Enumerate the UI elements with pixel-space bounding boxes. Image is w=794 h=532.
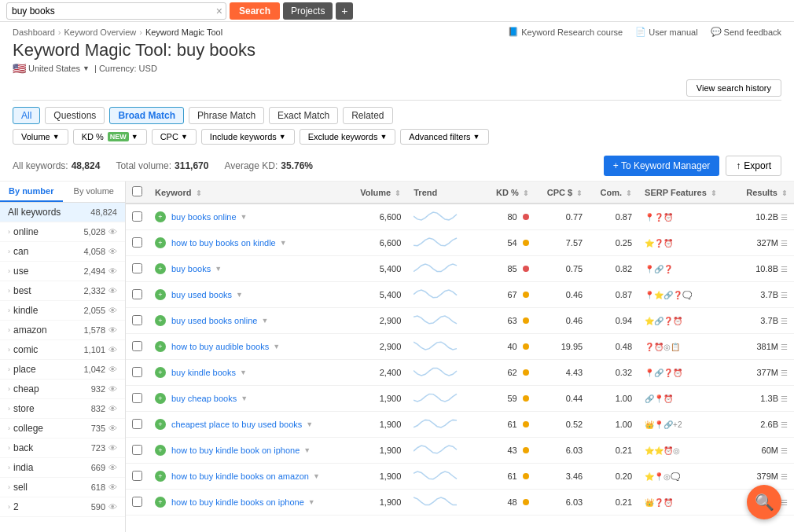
sidebar-item-college[interactable]: › college 735 👁 bbox=[0, 419, 125, 438]
results-detail-icon[interactable]: ☰ bbox=[781, 498, 788, 507]
breadcrumb-dashboard[interactable]: Dashboard bbox=[13, 28, 55, 37]
sidebar-item-back[interactable]: › back 723 👁 bbox=[0, 438, 125, 458]
results-detail-icon[interactable]: ☰ bbox=[781, 369, 788, 377]
keyword-manager-button[interactable]: + To Keyword Manager bbox=[604, 156, 720, 176]
keyword-link[interactable]: how to buy audible books bbox=[171, 342, 269, 351]
results-detail-icon[interactable]: ☰ bbox=[781, 394, 788, 403]
sidebar-item-online[interactable]: › online 5,028 👁 bbox=[0, 222, 125, 242]
breadcrumb-keyword-overview[interactable]: Keyword Overview bbox=[64, 28, 137, 37]
sidebar-item-sell[interactable]: › sell 618 👁 bbox=[0, 478, 125, 497]
clear-button[interactable]: × bbox=[213, 5, 226, 17]
header-cpc[interactable]: CPC $ ⇕ bbox=[535, 182, 589, 204]
sidebar-item-place[interactable]: › place 1,042 👁 bbox=[0, 360, 125, 380]
row-checkbox[interactable] bbox=[132, 471, 142, 481]
header-keyword[interactable]: Keyword ⇕ bbox=[149, 182, 346, 204]
results-detail-icon[interactable]: ☰ bbox=[781, 420, 788, 429]
results-detail-icon[interactable]: ☰ bbox=[781, 265, 788, 273]
keyword-link[interactable]: how to buy kindle book on iphone bbox=[171, 446, 300, 455]
keyword-link[interactable]: how to buy kindle books on amazon bbox=[171, 471, 309, 481]
expand-keyword-icon[interactable]: ▼ bbox=[273, 343, 280, 350]
expand-keyword-icon[interactable]: ▼ bbox=[303, 446, 311, 454]
expand-keyword-icon[interactable]: ▼ bbox=[306, 420, 313, 428]
expand-keyword-icon[interactable]: ▼ bbox=[215, 265, 222, 273]
keyword-link[interactable]: buy kindle books bbox=[171, 368, 236, 377]
results-detail-icon[interactable]: ☰ bbox=[781, 239, 788, 248]
row-checkbox[interactable] bbox=[132, 315, 142, 325]
send-feedback-link[interactable]: 💬 Send feedback bbox=[711, 27, 781, 37]
expand-keyword-icon[interactable]: ▼ bbox=[241, 213, 248, 221]
results-detail-icon[interactable]: ☰ bbox=[781, 472, 788, 481]
keyword-link[interactable]: buy used books bbox=[171, 290, 232, 299]
keyword-link[interactable]: buy books online bbox=[171, 212, 237, 222]
sidebar-item-can[interactable]: › can 4,058 👁 bbox=[0, 242, 125, 262]
row-checkbox[interactable] bbox=[132, 445, 142, 455]
search-button[interactable]: Search bbox=[230, 2, 280, 20]
row-checkbox[interactable] bbox=[132, 419, 142, 429]
results-detail-icon[interactable]: ☰ bbox=[781, 317, 788, 325]
view-history-button[interactable]: View search history bbox=[686, 79, 781, 97]
expand-keyword-icon[interactable]: ▼ bbox=[236, 291, 243, 299]
sidebar-item-kindle[interactable]: › kindle 2,055 👁 bbox=[0, 301, 125, 321]
sidebar-item-use[interactable]: › use 2,494 👁 bbox=[0, 262, 125, 281]
tab-broad-match[interactable]: Broad Match bbox=[109, 107, 184, 124]
sidebar-item-best[interactable]: › best 2,332 👁 bbox=[0, 281, 125, 301]
expand-keyword-icon[interactable]: ▼ bbox=[261, 317, 268, 325]
sidebar-item-comic[interactable]: › comic 1,101 👁 bbox=[0, 340, 125, 360]
tab-related[interactable]: Related bbox=[343, 107, 392, 124]
advanced-filters[interactable]: Advanced filters ▼ bbox=[400, 129, 488, 145]
header-volume[interactable]: Volume ⇕ bbox=[346, 182, 407, 204]
export-button[interactable]: ↑ Export bbox=[726, 156, 781, 176]
keyword-link[interactable]: how to buy books on kindle bbox=[171, 238, 276, 248]
header-serp[interactable]: SERP Features ⇕ bbox=[638, 182, 733, 204]
keyword-link[interactable]: buy books bbox=[171, 264, 211, 273]
sidebar-item-amazon[interactable]: › amazon 1,578 👁 bbox=[0, 321, 125, 340]
header-kd[interactable]: KD % ⇕ bbox=[474, 182, 535, 204]
keyword-link[interactable]: how to buy kindle books on iphone bbox=[171, 497, 304, 507]
sidebar-item-india[interactable]: › india 669 👁 bbox=[0, 458, 125, 478]
floating-search-button[interactable]: 🔍 bbox=[747, 485, 781, 519]
row-checkbox[interactable] bbox=[132, 211, 142, 222]
row-checkbox[interactable] bbox=[132, 497, 142, 507]
exclude-keywords-filter[interactable]: Exclude keywords ▼ bbox=[300, 129, 396, 145]
sidebar-tab-by-volume[interactable]: By volume bbox=[63, 182, 126, 202]
keyword-link[interactable]: cheapest place to buy used books bbox=[171, 420, 302, 429]
search-input[interactable] bbox=[7, 6, 213, 17]
tab-phrase-match[interactable]: Phrase Match bbox=[189, 107, 264, 124]
tab-all[interactable]: All bbox=[13, 107, 40, 124]
expand-keyword-icon[interactable]: ▼ bbox=[313, 472, 320, 480]
row-checkbox[interactable] bbox=[132, 341, 142, 351]
expand-keyword-icon[interactable]: ▼ bbox=[241, 394, 248, 402]
tab-questions[interactable]: Questions bbox=[45, 107, 105, 124]
header-results[interactable]: Results ⇕ bbox=[733, 182, 794, 204]
select-all-checkbox[interactable] bbox=[132, 186, 142, 196]
database-selector[interactable]: 🇺🇸 United States ▼ bbox=[13, 62, 90, 75]
keyword-link[interactable]: buy used books online bbox=[171, 316, 257, 325]
cpc-filter[interactable]: CPC ▼ bbox=[152, 129, 197, 145]
kd-filter[interactable]: KD % NEW ▼ bbox=[73, 129, 147, 145]
user-manual-link[interactable]: 📄 User manual bbox=[635, 27, 697, 37]
header-trend[interactable]: Trend bbox=[407, 182, 474, 204]
row-checkbox[interactable] bbox=[132, 237, 142, 248]
volume-filter[interactable]: Volume ▼ bbox=[13, 129, 68, 145]
tab-exact-match[interactable]: Exact Match bbox=[269, 107, 338, 124]
keyword-research-link[interactable]: 📘 Keyword Research course bbox=[508, 27, 623, 37]
sidebar-item-store[interactable]: › store 832 👁 bbox=[0, 399, 125, 419]
row-checkbox[interactable] bbox=[132, 393, 142, 403]
sidebar-tab-by-number[interactable]: By number bbox=[0, 182, 63, 202]
expand-keyword-icon[interactable]: ▼ bbox=[240, 369, 247, 376]
sidebar-item-cheap[interactable]: › cheap 932 👁 bbox=[0, 380, 125, 399]
expand-keyword-icon[interactable]: ▼ bbox=[308, 498, 315, 506]
sidebar-item-2[interactable]: › 2 590 👁 bbox=[0, 497, 125, 517]
results-detail-icon[interactable]: ☰ bbox=[781, 343, 788, 351]
results-detail-icon[interactable]: ☰ bbox=[781, 213, 788, 222]
expand-keyword-icon[interactable]: ▼ bbox=[280, 239, 287, 247]
row-checkbox[interactable] bbox=[132, 289, 142, 299]
results-detail-icon[interactable]: ☰ bbox=[781, 291, 788, 299]
include-keywords-filter[interactable]: Include keywords ▼ bbox=[201, 129, 295, 145]
row-checkbox[interactable] bbox=[132, 263, 142, 273]
header-com[interactable]: Com. ⇕ bbox=[589, 182, 638, 204]
projects-button[interactable]: Projects bbox=[283, 2, 333, 20]
results-detail-icon[interactable]: ☰ bbox=[781, 446, 788, 455]
add-project-button[interactable]: + bbox=[336, 2, 353, 20]
row-checkbox[interactable] bbox=[132, 367, 142, 377]
